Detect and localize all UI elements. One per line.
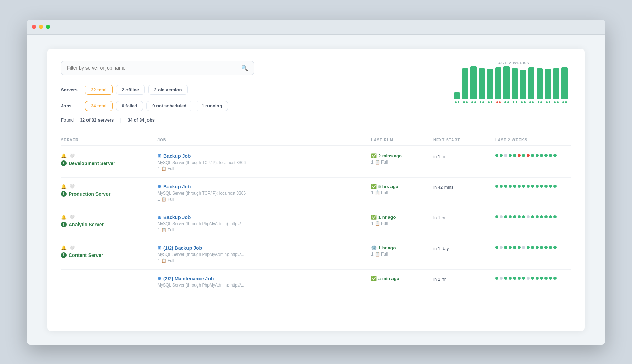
next-start-cell: in 1 hr	[433, 153, 495, 159]
week-dot	[540, 185, 543, 188]
jobs-label: Jobs	[61, 103, 82, 108]
run-time: ✅1 hr ago	[371, 215, 433, 220]
week-dot	[504, 154, 507, 157]
chart-container: LAST 2 WEEKS	[454, 61, 571, 103]
weeks-dots-cell	[495, 245, 571, 249]
check-icon: ✅	[371, 184, 377, 189]
last-run-cell: ⚙️1 hr ago1📋 Full	[371, 245, 433, 257]
week-dot	[495, 246, 498, 249]
week-dot	[522, 185, 525, 188]
maximize-button[interactable]	[46, 25, 50, 29]
job-detail: 1📋 Full	[157, 197, 371, 202]
server-name[interactable]: iDevelopment Server	[61, 160, 157, 166]
week-dot	[531, 277, 534, 280]
servers-old-version-badge[interactable]: 2 old version	[148, 85, 187, 95]
gear-icon: ⚙️	[371, 245, 377, 250]
server-cell: 🔔🤍iDevelopment Server	[61, 153, 157, 166]
table-row[interactable]: 🔔🤍iDevelopment Server⊞Backup JobMySQL Se…	[61, 147, 571, 178]
week-dot	[549, 154, 552, 157]
heart-icon[interactable]: 🤍	[69, 184, 75, 189]
found-servers: 32 of 32 servers	[80, 117, 114, 123]
servers-label: Servers	[61, 87, 82, 92]
job-cell: ⊞Backup JobMySQL Server (through TCP/IP)…	[157, 184, 371, 202]
jobs-total-badge[interactable]: 34 total	[85, 101, 113, 111]
server-cell: 🔔🤍iAnalytic Server	[61, 215, 157, 227]
run-detail: 1📋 Full	[371, 221, 433, 226]
week-dot	[522, 215, 525, 218]
week-dot	[536, 154, 539, 157]
close-button[interactable]	[32, 25, 36, 29]
job-subtitle: MySQL Server (through TCP/IP): localhost…	[157, 160, 371, 165]
col-last-run[interactable]: LAST RUN	[371, 138, 433, 142]
heart-icon[interactable]: 🤍	[69, 215, 75, 220]
bell-icon[interactable]: 🔔	[61, 215, 67, 220]
last-run-cell: ✅1 hr ago1📋 Full	[371, 215, 433, 226]
job-detail: 1📋 Full	[157, 166, 371, 171]
servers-filter-row: Servers 32 total 2 offline 2 old version	[61, 85, 454, 95]
jobs-not-scheduled-badge[interactable]: 0 not scheduled	[146, 101, 192, 111]
next-start-cell: in 1 hr	[433, 276, 495, 282]
week-dot	[495, 185, 498, 188]
server-name[interactable]: iAnalytic Server	[61, 222, 157, 227]
weeks-dots-cell	[495, 153, 571, 157]
week-dot	[540, 246, 543, 249]
server-name[interactable]: iProduction Server	[61, 191, 157, 197]
job-name[interactable]: ⊞Backup Job	[157, 184, 371, 189]
week-dot	[513, 185, 516, 188]
check-icon: ✅	[371, 153, 377, 158]
run-detail: 1📋 Full	[371, 160, 433, 165]
week-dot	[531, 215, 534, 218]
week-dot	[527, 246, 530, 249]
job-name[interactable]: ⊞Backup Job	[157, 215, 371, 220]
table-row[interactable]: 🔔🤍iProduction Server⊞Backup JobMySQL Ser…	[61, 178, 571, 208]
bell-icon[interactable]: 🔔	[61, 153, 67, 158]
bell-icon[interactable]: 🔔	[61, 245, 67, 250]
search-bar[interactable]: 🔍	[61, 61, 254, 75]
job-name[interactable]: ⊞(2/2) Maintenance Job	[157, 276, 371, 281]
job-name[interactable]: ⊞(1/2) Backup Job	[157, 245, 371, 251]
week-dot	[540, 277, 543, 280]
week-dot	[500, 154, 503, 157]
week-dot	[553, 215, 557, 218]
week-dot	[549, 246, 552, 249]
table-row[interactable]: 🔔🤍iContent Server⊞(1/2) Backup JobMySQL …	[61, 239, 571, 270]
week-dot	[540, 215, 543, 218]
table-header: SERVER ↓ JOB LAST RUN NEXT START LAST 2 …	[61, 134, 571, 146]
week-dot	[495, 277, 498, 280]
jobs-running-badge[interactable]: 1 running	[196, 101, 228, 111]
chart-title: LAST 2 WEEKS	[454, 61, 571, 65]
heart-icon[interactable]: 🤍	[69, 153, 75, 158]
search-input[interactable]	[67, 65, 241, 71]
servers-offline-badge[interactable]: 2 offline	[116, 85, 145, 95]
jobs-failed-badge[interactable]: 0 failed	[116, 101, 143, 111]
col-next-start[interactable]: NEXT START	[433, 138, 495, 142]
db-icon: ⊞	[157, 153, 161, 158]
col-server[interactable]: SERVER ↓	[61, 138, 157, 142]
week-dot	[527, 277, 530, 280]
heart-icon[interactable]: 🤍	[69, 245, 75, 250]
bell-icon[interactable]: 🔔	[61, 184, 67, 189]
found-label: Found	[61, 117, 74, 123]
week-dot	[518, 246, 521, 249]
servers-total-badge[interactable]: 32 total	[85, 85, 113, 95]
week-dot	[504, 277, 507, 280]
table-row[interactable]: ⊞(2/2) Maintenance JobMySQL Server (thro…	[61, 270, 571, 294]
week-dot	[531, 246, 534, 249]
job-name[interactable]: ⊞Backup Job	[157, 153, 371, 159]
app-window: 🔍 Servers 32 total 2 offline 2 old versi…	[27, 20, 605, 345]
week-dot	[504, 246, 507, 249]
weeks-dots-cell	[495, 276, 571, 280]
job-cell: ⊞Backup JobMySQL Server (through PhpMyAd…	[157, 215, 371, 232]
job-cell: ⊞(2/2) Maintenance JobMySQL Server (thro…	[157, 276, 371, 288]
db-icon: ⊞	[157, 184, 161, 189]
week-dot	[536, 246, 539, 249]
minimize-button[interactable]	[39, 25, 43, 29]
job-detail: 1📋 Full	[157, 228, 371, 232]
server-icons: 🔔🤍	[61, 184, 157, 189]
col-last-2-weeks[interactable]: LAST 2 WEEKS	[495, 138, 571, 142]
next-start-cell: in 1 day	[433, 245, 495, 251]
server-name[interactable]: iContent Server	[61, 252, 157, 258]
table-row[interactable]: 🔔🤍iAnalytic Server⊞Backup JobMySQL Serve…	[61, 208, 571, 239]
bar-chart	[454, 69, 571, 103]
col-job[interactable]: JOB	[157, 138, 371, 142]
